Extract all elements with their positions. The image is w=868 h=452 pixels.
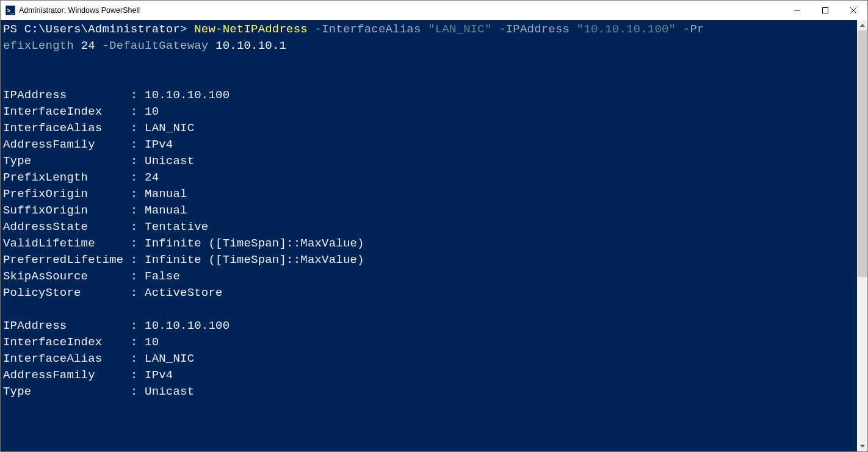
value-ipaddress: "10.10.10.100" (577, 23, 676, 36)
output-row: PrefixOrigin : Manual (3, 187, 187, 201)
output-row: IPAddress : 10.10.10.100 (3, 88, 230, 102)
minimize-button[interactable] (783, 1, 811, 20)
prompt-path: PS C:\Users\Administrator> (3, 23, 194, 36)
output-row: Type : Unicast (3, 385, 194, 398)
output-row: SuffixOrigin : Manual (3, 204, 187, 217)
output-row: PolicyStore : ActiveStore (3, 286, 223, 300)
scrollbar-thumb[interactable] (858, 30, 867, 277)
output-row: ValidLifetime : Infinite ([TimeSpan]::Ma… (3, 237, 364, 250)
output-row: Type : Unicast (3, 154, 194, 168)
output-row: PrefixLength : 24 (3, 171, 159, 184)
scroll-down-button[interactable] (857, 441, 867, 451)
terminal-area: PS C:\Users\Administrator> New-NetIPAddr… (1, 20, 867, 451)
powershell-window: >_ Administrator: Windows PowerShell PS … (0, 0, 868, 452)
output-row: AddressState : Tentative (3, 220, 208, 234)
param-interfacealias: -InterfaceAlias (308, 23, 428, 36)
value-prefixlength: 24 (81, 39, 95, 52)
param-defaultgateway: -DefaultGateway (95, 39, 215, 52)
value-defaultgateway: 10.10.10.1 (215, 39, 286, 52)
scrollbar-track[interactable] (857, 30, 867, 441)
maximize-button[interactable] (811, 1, 839, 20)
param-prefixlength-part1: -Pr (676, 23, 704, 36)
value-interfacealias: "LAN_NIC" (428, 23, 491, 36)
powershell-icon: >_ (5, 5, 15, 15)
vertical-scrollbar[interactable] (857, 20, 867, 451)
titlebar[interactable]: >_ Administrator: Windows PowerShell (1, 1, 867, 20)
terminal-output[interactable]: PS C:\Users\Administrator> New-NetIPAddr… (1, 20, 857, 451)
output-row: InterfaceAlias : LAN_NIC (3, 121, 194, 135)
cmdlet-name: New-NetIPAddress (194, 23, 308, 36)
output-row: IPAddress : 10.10.10.100 (3, 319, 230, 332)
scroll-up-button[interactable] (857, 20, 867, 30)
close-button[interactable] (839, 1, 867, 20)
output-row: InterfaceIndex : 10 (3, 105, 159, 118)
output-row: PreferredLifetime : Infinite ([TimeSpan]… (3, 253, 364, 267)
svg-marker-5 (860, 445, 865, 448)
svg-marker-4 (860, 24, 865, 27)
output-row: SkipAsSource : False (3, 270, 180, 283)
param-prefixlength-part2: efixLength (3, 39, 81, 52)
param-ipaddress: -IPAddress (492, 23, 577, 36)
svg-rect-1 (823, 8, 828, 13)
window-title: Administrator: Windows PowerShell (19, 6, 140, 15)
window-controls (783, 1, 867, 20)
output-row: InterfaceIndex : 10 (3, 335, 159, 349)
output-row: InterfaceAlias : LAN_NIC (3, 352, 194, 365)
output-row: AddressFamily : IPv4 (3, 138, 173, 151)
output-row: AddressFamily : IPv4 (3, 368, 173, 382)
